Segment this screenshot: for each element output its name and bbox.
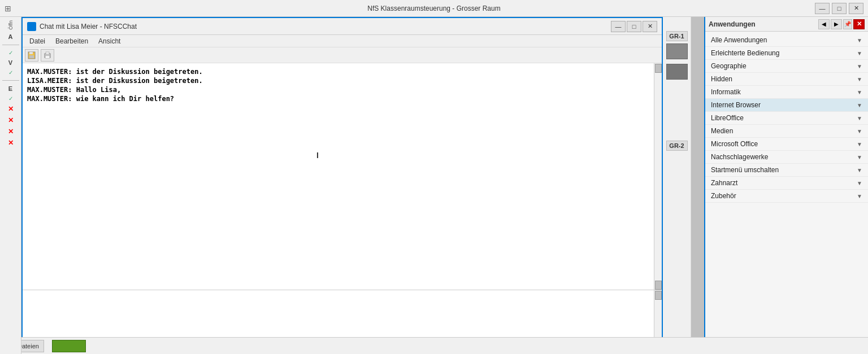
anwendungen-item-9[interactable]: Nachschlagewerke ▼ [705,151,868,164]
anwendungen-item-10[interactable]: Startmenü umschalten ▼ [705,164,868,177]
sidebar-item-e[interactable]: E [0,84,21,93]
sidebar-item-a[interactable]: A [0,32,21,41]
title-bar-controls: — □ ✕ [815,3,863,14]
anwendungen-item-1[interactable]: Erleichterte Bedienung ▼ [705,47,868,60]
pin-button[interactable]: 📌 [843,19,852,29]
chat-input-field[interactable] [23,290,662,340]
sidebar-label-offn: Öffn [8,20,14,30]
anwendungen-item-4[interactable]: Informatik ▼ [705,86,868,99]
input-scrollbar[interactable] [654,290,662,340]
group-label-1: GR-1 [666,31,688,41]
anwendungen-label-11: Zahnarzt [711,179,737,187]
chat-title-left: Chat mit Lisa Meier - NFSCChat [27,22,137,31]
toolbar-print-button[interactable] [41,49,54,62]
student-thumbnail-1 [666,43,688,59]
scrollbar-thumb-up[interactable] [655,64,662,73]
title-bar-left: ⊞ [5,4,11,13]
sidebar-check-1: ✓ [0,49,21,57]
chat-title-bar: Chat mit Lisa Meier - NFSCChat — □ ✕ [23,18,662,35]
nav-forward-button[interactable]: ▶ [831,19,842,29]
close-button[interactable]: ✕ [849,3,863,14]
right-panel-nav: ◀ ▶ 📌 ✕ [818,19,865,29]
svg-rect-2 [29,55,34,58]
sidebar-item-1: Öffn [0,19,21,31]
sidebar-cross-1: ✕ [8,105,14,113]
right-panel-title-bar: Anwendungen ◀ ▶ 📌 ✕ [705,17,868,32]
arrow-icon-4: ▼ [857,89,862,95]
check-icon-2: ✓ [8,69,13,76]
taskbar-green-button[interactable] [52,340,86,352]
chat-window: Chat mit Lisa Meier - NFSCChat — □ ✕ Dat… [21,17,663,354]
sidebar-cross-4: ✕ [8,139,14,147]
anwendungen-item-6[interactable]: LibreOffice ▼ [705,112,868,125]
chat-close-button[interactable]: ✕ [643,21,657,32]
scrollbar-thumb-down[interactable] [655,281,662,290]
divider-2 [2,80,19,81]
anwendungen-item-12[interactable]: Zubehör ▼ [705,190,868,203]
anwendungen-label-10: Startmenü umschalten [711,166,779,174]
anwendungen-item-2[interactable]: Geographie ▼ [705,60,868,73]
anwendungen-item-5[interactable]: Internet Browser ▼ [705,99,868,112]
sidebar-label-a: A [8,33,13,40]
chat-input-area [23,290,662,340]
anwendungen-item-7[interactable]: Medien ▼ [705,125,868,138]
messages-scrollbar[interactable] [654,63,662,290]
menu-datei[interactable]: Datei [25,36,50,46]
arrow-icon-6: ▼ [857,115,862,121]
anwendungen-item-3[interactable]: Hidden ▼ [705,73,868,86]
arrow-icon-3: ▼ [857,76,862,82]
sidebar-check-3: ✓ [0,94,21,103]
sidebar-cross-3: ✕ [8,128,14,136]
middle-panel: GR-1 GR-2 [663,17,691,354]
chat-maximize-button[interactable]: □ [627,21,641,32]
app-title: NfS Klassenraumsteuerung - Grosser Raum [367,5,500,12]
anwendungen-item-0[interactable]: Alle Anwendungen ▼ [705,34,868,47]
nav-back-button[interactable]: ◀ [818,19,830,29]
chat-minimize-button[interactable]: — [611,21,626,32]
sidebar-check-2: ✓ [0,68,21,77]
chat-icon [27,22,36,31]
svg-rect-1 [29,52,33,54]
arrow-icon-7: ▼ [857,128,862,134]
input-scrollbar-thumb[interactable] [655,291,662,300]
right-panel-title: Anwendungen [709,20,756,28]
sidebar-label-v: V [8,59,12,66]
cross-icon-3: ✕ [8,128,14,136]
anwendungen-item-11[interactable]: Zahnarzt ▼ [705,177,868,190]
messages-container: MAX.MUSTER: ist der Diskussion beigetret… [23,63,662,290]
anwendungen-label-3: Hidden [711,75,732,83]
menu-ansicht[interactable]: Ansicht [94,36,125,46]
arrow-icon-2: ▼ [857,63,862,69]
cross-icon-1: ✕ [8,105,14,113]
anwendungen-label-8: Microsoft Office [711,140,758,148]
message-1: MAX.MUSTER: ist der Diskussion beigetret… [27,68,657,76]
message-3: MAX.MUSTER: Hallo Lisa, [27,86,657,94]
right-panel: Anwendungen ◀ ▶ 📌 ✕ Alle Anwendungen ▼ E… [704,17,868,354]
student-thumbnail-2 [666,64,688,80]
app-icon: ⊞ [5,4,11,13]
anwendungen-label-6: LibreOffice [711,114,744,122]
anwendungen-label-7: Medien [711,127,733,135]
maximize-button[interactable]: □ [832,3,847,14]
arrow-icon-8: ▼ [857,141,862,147]
chat-messages-area: MAX.MUSTER: ist der Diskussion beigetret… [23,63,662,176]
toolbar-save-button[interactable] [25,49,38,62]
minimize-button[interactable]: — [815,3,830,14]
toolbar [23,47,662,63]
taskbar: Dateien [0,337,868,354]
arrow-icon-0: ▼ [857,37,862,43]
svg-rect-5 [45,56,50,58]
anwendungen-list: Alle Anwendungen ▼ Erleichterte Bedienun… [705,32,868,354]
menu-bearbeiten[interactable]: Bearbeiten [51,36,93,46]
cursor-indicator: I [316,151,319,160]
sidebar-item-v[interactable]: V [0,58,21,67]
cross-icon-4: ✕ [8,139,14,147]
anwendungen-item-8[interactable]: Microsoft Office ▼ [705,138,868,151]
arrow-icon-5: ▼ [857,102,862,108]
left-sidebar: Öffn A ✓ V ✓ E ✓ ✕ ✕ ✕ ✕ [0,17,21,354]
chat-title-controls: — □ ✕ [611,21,657,32]
divider-1 [2,45,19,45]
right-panel-close-button[interactable]: ✕ [853,19,865,29]
anwendungen-label-0: Alle Anwendungen [711,36,767,44]
svg-rect-4 [46,52,49,54]
